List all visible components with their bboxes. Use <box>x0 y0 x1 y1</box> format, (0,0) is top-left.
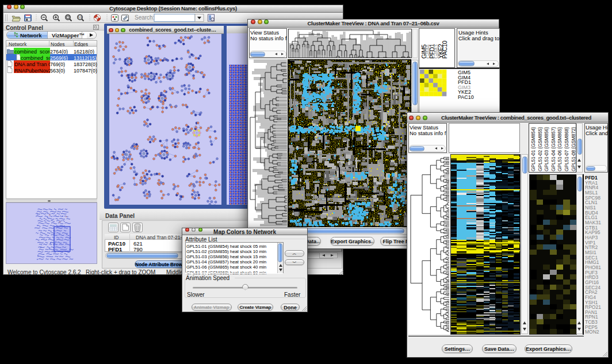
svg-text:1:1: 1:1 <box>78 16 82 19</box>
svg-text:Search:: Search: <box>135 14 154 21</box>
